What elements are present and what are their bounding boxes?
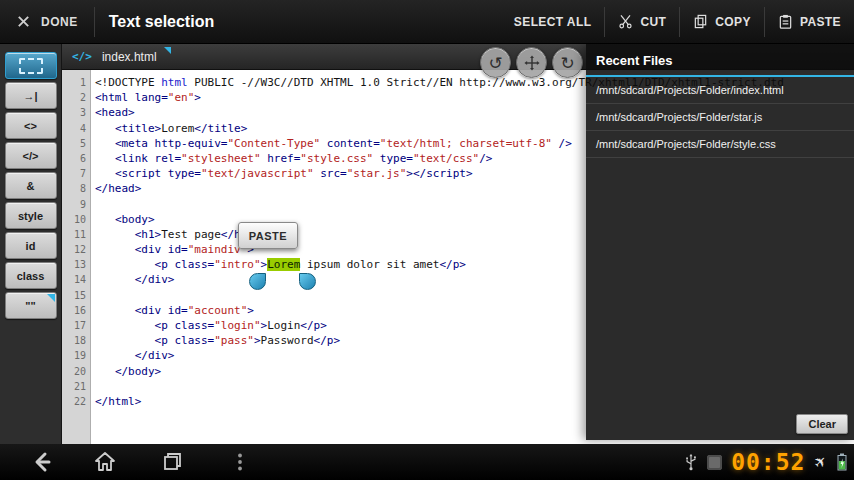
key-label: style — [18, 210, 43, 222]
line-number: 4 — [62, 121, 90, 136]
recent-files-title: Recent Files — [586, 44, 854, 75]
key-label: </> — [23, 150, 39, 162]
action-bar: DONE Text selection SELECT ALL CUT COPY — [0, 0, 854, 44]
key-label: id — [26, 240, 36, 252]
file-tab[interactable]: index.html — [100, 46, 173, 68]
menu-dots-icon — [228, 450, 252, 474]
recent-apps-icon — [160, 450, 184, 474]
app-screen: DONE Text selection SELECT ALL CUT COPY — [0, 0, 854, 480]
line-number: 15 — [62, 288, 90, 303]
line-number: 11 — [62, 227, 90, 242]
code-text: <p class="intro">Lorem ipsum dolor sit a… — [90, 257, 466, 272]
code-text: </div> — [90, 348, 175, 363]
sidebar-keys: →|<></>&styleidclass"" — [0, 52, 61, 319]
move-cursor-button[interactable] — [516, 47, 547, 78]
sidebar-key-ampersand[interactable]: & — [5, 172, 57, 199]
tab-active-badge-icon — [164, 47, 171, 54]
back-icon — [30, 450, 54, 474]
home-button[interactable] — [93, 450, 117, 474]
longpress-badge-icon — [47, 294, 55, 302]
code-text — [90, 379, 95, 394]
sidebar-key-close-tag[interactable]: </> — [5, 142, 57, 169]
paste-icon — [778, 14, 793, 29]
sidebar-key-selection-mode[interactable] — [5, 52, 57, 79]
copy-icon — [693, 14, 708, 29]
done-button[interactable]: DONE — [0, 0, 94, 43]
cut-icon — [618, 14, 633, 29]
code-text: <script type="text/javascript" src="star… — [90, 166, 473, 181]
line-number: 20 — [62, 364, 90, 379]
code-icon: </> — [72, 50, 92, 63]
key-label: & — [27, 180, 35, 192]
code-text — [90, 288, 95, 303]
selection-handle-left-icon[interactable] — [249, 273, 266, 290]
paste-label: PASTE — [800, 15, 841, 29]
cut-button[interactable]: CUT — [605, 0, 679, 43]
line-number: 22 — [62, 394, 90, 409]
line-number: 17 — [62, 318, 90, 333]
line-number: 19 — [62, 348, 90, 363]
code-text: <body> — [90, 212, 155, 227]
usb-debug-icon — [707, 455, 722, 470]
redo-icon: ↻ — [560, 53, 574, 73]
line-number: 6 — [62, 151, 90, 166]
action-buttons: SELECT ALL CUT COPY PASTE — [501, 0, 854, 43]
code-text: <p class="pass">Password</p> — [90, 333, 340, 348]
line-number: 5 — [62, 136, 90, 151]
line-number: 14 — [62, 272, 90, 287]
code-text: <div id="account"> — [90, 303, 254, 318]
line-number: 16 — [62, 303, 90, 318]
redo-button[interactable]: ↻ — [552, 47, 583, 78]
key-label: "" — [25, 300, 35, 312]
sidebar-key-id[interactable]: id — [5, 232, 57, 259]
code-text: </html> — [90, 394, 141, 409]
paste-popup[interactable]: PASTE — [238, 222, 298, 249]
status-cluster: 00:52 ✈ — [684, 444, 848, 480]
menu-button[interactable] — [228, 450, 252, 474]
move-icon — [524, 55, 540, 71]
line-number: 13 — [62, 257, 90, 272]
key-label: <> — [24, 120, 37, 132]
file-tab-label: index.html — [102, 50, 157, 64]
sidebar-key-quotes[interactable]: "" — [5, 292, 57, 319]
code-text: <meta http-equiv="Content-Type" content=… — [90, 136, 572, 151]
code-text: </head> — [90, 181, 141, 196]
line-number: 10 — [62, 212, 90, 227]
select-all-label: SELECT ALL — [514, 15, 592, 29]
paste-button[interactable]: PASTE — [765, 0, 854, 43]
clear-button[interactable]: Clear — [796, 414, 848, 434]
cut-label: CUT — [640, 15, 666, 29]
battery-icon — [836, 452, 848, 472]
sidebar-key-class[interactable]: class — [5, 262, 57, 289]
status-clock: 00:52 — [731, 449, 805, 475]
line-number: 8 — [62, 181, 90, 196]
code-text: </body> — [90, 364, 161, 379]
recent-apps-button[interactable] — [160, 450, 184, 474]
sidebar-key-tab[interactable]: →| — [5, 82, 57, 109]
key-label: class — [17, 270, 45, 282]
recent-files-list: /mnt/sdcard/Projects/Folder/index.html/m… — [586, 77, 854, 158]
line-number: 21 — [62, 379, 90, 394]
action-bar-title: Text selection — [109, 13, 215, 31]
copy-button[interactable]: COPY — [680, 0, 764, 43]
usb-icon — [684, 452, 698, 472]
back-button[interactable] — [30, 450, 54, 474]
done-label: DONE — [41, 15, 78, 29]
undo-button[interactable]: ↺ — [480, 47, 511, 78]
recent-files-panel: Recent Files /mnt/sdcard/Projects/Folder… — [586, 44, 854, 440]
selected-text[interactable]: Lorem — [267, 258, 300, 271]
code-text: <h1>Test page</h1> — [90, 227, 254, 242]
sidebar-key-open-tag[interactable]: <> — [5, 112, 57, 139]
select-all-button[interactable]: SELECT ALL — [501, 0, 605, 43]
key-label: →| — [23, 90, 37, 102]
selection-handle-right-icon[interactable] — [299, 273, 316, 290]
code-text: </div> — [90, 272, 175, 287]
recent-file-item[interactable]: /mnt/sdcard/Projects/Folder/index.html — [586, 77, 854, 104]
recent-file-item[interactable]: /mnt/sdcard/Projects/Folder/style.css — [586, 131, 854, 158]
sidebar-key-style[interactable]: style — [5, 202, 57, 229]
copy-label: COPY — [715, 15, 751, 29]
selection-mode-icon — [19, 58, 43, 74]
code-text: <link rel="stylesheet" href="style.css" … — [90, 151, 492, 166]
line-number: 7 — [62, 166, 90, 181]
recent-file-item[interactable]: /mnt/sdcard/Projects/Folder/star.js — [586, 104, 854, 131]
